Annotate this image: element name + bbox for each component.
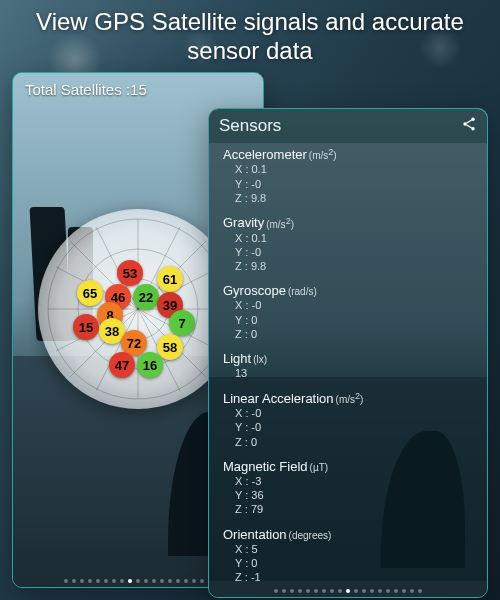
sensor-axis: Z : 9.8	[235, 259, 473, 273]
sensor-item: Gravity(m/s2)X : 0.1Y : -0Z : 9.8	[223, 215, 473, 273]
page-dot[interactable]	[200, 579, 204, 583]
page-dot[interactable]	[298, 589, 302, 593]
satellite-marker: 53	[117, 260, 143, 286]
page-dot[interactable]	[144, 579, 148, 583]
sensor-axis: Y : 0	[235, 313, 473, 327]
sensor-axis: X : 0.1	[235, 162, 473, 176]
page-dot[interactable]	[354, 589, 358, 593]
sensor-axis: Z : 0	[235, 327, 473, 341]
page-dot[interactable]	[72, 579, 76, 583]
satellite-marker: 58	[157, 334, 183, 360]
sensor-axis: Z : 9.8	[235, 191, 473, 205]
satellite-marker: 16	[137, 352, 163, 378]
sensor-item: Gyroscope(rad/s)X : -0Y : 0Z : 0	[223, 283, 473, 341]
page-dot[interactable]	[192, 579, 196, 583]
page-dot[interactable]	[168, 579, 172, 583]
page-dot[interactable]	[330, 589, 334, 593]
sensors-screen: Sensors Accelerometer(m/s2)X : 0.1Y : -0…	[208, 108, 488, 598]
sensors-header: Sensors	[209, 109, 487, 143]
share-icon[interactable]	[461, 116, 477, 136]
satellite-marker: 7	[169, 310, 195, 336]
page-dot[interactable]	[160, 579, 164, 583]
sensor-name: Light(lx)	[223, 351, 473, 366]
promo-stage: View GPS Satellite signals and accurate …	[0, 0, 500, 600]
satellite-marker: 15	[73, 314, 99, 340]
sensor-value: 13	[235, 366, 473, 380]
sensor-axis: Y : -0	[235, 420, 473, 434]
satellite-marker: 47	[109, 352, 135, 378]
sensor-name: Gyroscope(rad/s)	[223, 283, 473, 298]
page-dot[interactable]	[128, 579, 132, 583]
sensor-axis: X : -3	[235, 474, 473, 488]
page-dot[interactable]	[362, 589, 366, 593]
sensor-list[interactable]: Accelerometer(m/s2)X : 0.1Y : -0Z : 9.8G…	[209, 143, 487, 581]
sensor-axis: Z : 79	[235, 502, 473, 516]
page-dot[interactable]	[322, 589, 326, 593]
sensor-axis: X : 5	[235, 542, 473, 556]
page-dot[interactable]	[418, 589, 422, 593]
page-dot[interactable]	[136, 579, 140, 583]
headline: View GPS Satellite signals and accurate …	[0, 8, 500, 66]
page-dot[interactable]	[402, 589, 406, 593]
page-dot[interactable]	[152, 579, 156, 583]
page-dot[interactable]	[80, 579, 84, 583]
sensor-axis: Y : 36	[235, 488, 473, 502]
page-dot[interactable]	[96, 579, 100, 583]
sensor-item: Orientation(degrees)X : 5Y : 0Z : -1	[223, 527, 473, 581]
sensor-axis: Y : 0	[235, 556, 473, 570]
satellite-marker: 65	[77, 280, 103, 306]
sensor-name: Accelerometer(m/s2)	[223, 147, 473, 162]
page-dot[interactable]	[290, 589, 294, 593]
page-dot[interactable]	[386, 589, 390, 593]
sensor-axis: Y : -0	[235, 245, 473, 259]
page-dot[interactable]	[112, 579, 116, 583]
sensor-name: Gravity(m/s2)	[223, 215, 473, 230]
sensor-item: Light(lx)13	[223, 351, 473, 380]
page-indicator-right	[209, 589, 487, 593]
page-dot[interactable]	[410, 589, 414, 593]
page-dot[interactable]	[394, 589, 398, 593]
page-dot[interactable]	[184, 579, 188, 583]
page-dot[interactable]	[370, 589, 374, 593]
page-dot[interactable]	[346, 589, 350, 593]
satellite-marker: 22	[133, 284, 159, 310]
page-dot[interactable]	[282, 589, 286, 593]
page-dot[interactable]	[274, 589, 278, 593]
sensor-item: Accelerometer(m/s2)X : 0.1Y : -0Z : 9.8	[223, 147, 473, 205]
sensor-axis: X : -0	[235, 406, 473, 420]
sensor-name: Magnetic Field(µT)	[223, 459, 473, 474]
sensors-title: Sensors	[219, 116, 281, 136]
sensor-axis: Y : -0	[235, 177, 473, 191]
page-dot[interactable]	[378, 589, 382, 593]
sensor-axis: Z : -1	[235, 570, 473, 581]
page-dot[interactable]	[306, 589, 310, 593]
total-satellites-label: Total Satellites :15	[25, 81, 147, 98]
satellite-marker: 61	[157, 266, 183, 292]
page-dot[interactable]	[64, 579, 68, 583]
sensor-axis: Z : 0	[235, 435, 473, 449]
page-dot[interactable]	[104, 579, 108, 583]
page-dot[interactable]	[314, 589, 318, 593]
sensor-axis: X : 0.1	[235, 231, 473, 245]
sensor-item: Linear Acceleration(m/s2)X : -0Y : -0Z :…	[223, 391, 473, 449]
sensor-item: Magnetic Field(µT)X : -3Y : 36Z : 79	[223, 459, 473, 517]
page-dot[interactable]	[120, 579, 124, 583]
sensor-name: Linear Acceleration(m/s2)	[223, 391, 473, 406]
sensor-name: Orientation(degrees)	[223, 527, 473, 542]
page-dot[interactable]	[88, 579, 92, 583]
page-dot[interactable]	[176, 579, 180, 583]
page-dot[interactable]	[338, 589, 342, 593]
sensor-axis: X : -0	[235, 298, 473, 312]
